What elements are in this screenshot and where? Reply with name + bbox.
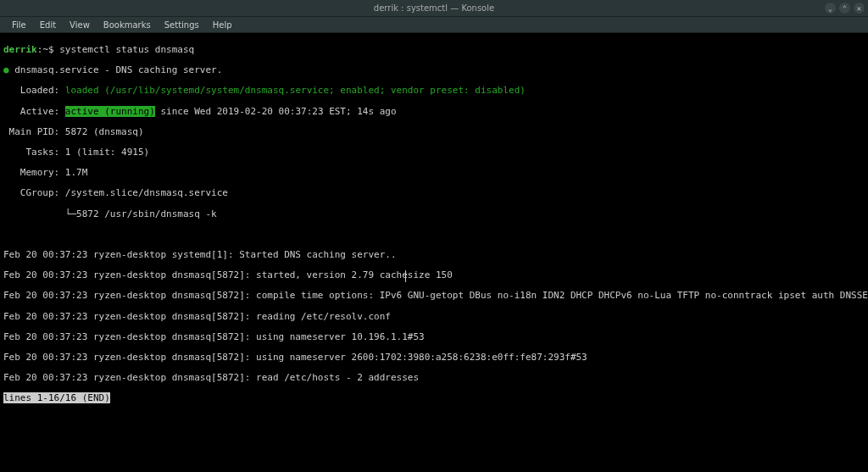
cgroup-child-line: └─5872 /usr/sbin/dnsmasq -k bbox=[3, 209, 865, 219]
tasks-value: 1 (limit: 4915) bbox=[59, 147, 149, 158]
terminal-area[interactable]: derrik:~$ systemctl status dnsmasq ● dns… bbox=[0, 32, 868, 472]
prompt-user: derrik bbox=[3, 44, 37, 55]
service-line: ● dnsmasq.service - DNS caching server. bbox=[3, 65, 865, 75]
command-text: systemctl status dnsmasq bbox=[59, 44, 194, 55]
active-value: active (running) bbox=[65, 106, 155, 117]
mainpid-line: Main PID: 5872 (dnsmasq) bbox=[3, 127, 865, 137]
menu-help[interactable]: Help bbox=[206, 19, 239, 31]
prompt-line: derrik:~$ systemctl status dnsmasq bbox=[3, 45, 865, 55]
cgroup-line: CGroup: /system.slice/dnsmasq.service bbox=[3, 188, 865, 198]
pager-footer: lines 1-16/16 (END) bbox=[3, 393, 865, 403]
menu-settings[interactable]: Settings bbox=[158, 19, 206, 31]
log-line-2: Feb 20 00:37:23 ryzen-desktop dnsmasq[58… bbox=[3, 291, 865, 301]
window-controls: ⌄ ⌃ ✕ bbox=[825, 3, 865, 14]
menu-bookmarks[interactable]: Bookmarks bbox=[97, 19, 158, 31]
active-since: since Wed 2019-02-20 00:37:23 EST; 14s a… bbox=[155, 106, 397, 117]
mainpid-value: 5872 (dnsmasq) bbox=[59, 126, 143, 137]
mainpid-label: Main PID: bbox=[3, 126, 59, 137]
active-line: Active: active (running) since Wed 2019-… bbox=[3, 107, 865, 117]
log-line-4: Feb 20 00:37:23 ryzen-desktop dnsmasq[58… bbox=[3, 332, 865, 342]
prompt-symbol: $ bbox=[48, 44, 59, 55]
cgroup-child: └─5872 /usr/sbin/dnsmasq -k bbox=[3, 208, 217, 219]
cgroup-label: CGroup: bbox=[3, 187, 59, 198]
log-line-2-text: Feb 20 00:37:23 ryzen-desktop dnsmasq[58… bbox=[3, 290, 868, 301]
menu-edit[interactable]: Edit bbox=[33, 19, 63, 31]
text-cursor-icon bbox=[405, 270, 406, 282]
minimize-button[interactable]: ⌄ bbox=[825, 3, 836, 14]
log-line-5: Feb 20 00:37:23 ryzen-desktop dnsmasq[58… bbox=[3, 353, 865, 363]
loaded-value: loaded (/usr/lib/systemd/system/dnsmasq.… bbox=[65, 85, 526, 96]
log-line-0: Feb 20 00:37:23 ryzen-desktop systemd[1]… bbox=[3, 250, 865, 260]
active-label: Active: bbox=[3, 106, 59, 117]
active-dot-icon: ● bbox=[3, 64, 9, 75]
window-title: derrik : systemctl — Konsole bbox=[374, 3, 494, 13]
window-titlebar: derrik : systemctl — Konsole ⌄ ⌃ ✕ bbox=[0, 0, 868, 17]
prompt-path: ~ bbox=[42, 44, 48, 55]
memory-line: Memory: 1.7M bbox=[3, 168, 865, 178]
cgroup-value: /system.slice/dnsmasq.service bbox=[59, 187, 228, 198]
menubar: File Edit View Bookmarks Settings Help bbox=[0, 17, 868, 32]
menu-view[interactable]: View bbox=[63, 19, 97, 31]
blank-line bbox=[3, 230, 865, 240]
log-line-3: Feb 20 00:37:23 ryzen-desktop dnsmasq[58… bbox=[3, 312, 865, 322]
service-desc: dnsmasq.service - DNS caching server. bbox=[14, 64, 222, 75]
loaded-line: Loaded: loaded (/usr/lib/systemd/system/… bbox=[3, 86, 865, 96]
memory-value: 1.7M bbox=[59, 167, 87, 178]
pager-footer-text: lines 1-16/16 (END) bbox=[3, 392, 110, 403]
memory-label: Memory: bbox=[3, 167, 59, 178]
tasks-label: Tasks: bbox=[3, 147, 59, 158]
loaded-label: Loaded: bbox=[3, 85, 59, 96]
menu-file[interactable]: File bbox=[5, 19, 33, 31]
tasks-line: Tasks: 1 (limit: 4915) bbox=[3, 147, 865, 158]
log-line-1: Feb 20 00:37:23 ryzen-desktop dnsmasq[58… bbox=[3, 270, 865, 280]
close-button[interactable]: ✕ bbox=[854, 3, 865, 14]
maximize-button[interactable]: ⌃ bbox=[839, 3, 850, 14]
log-line-6: Feb 20 00:37:23 ryzen-desktop dnsmasq[58… bbox=[3, 373, 865, 383]
